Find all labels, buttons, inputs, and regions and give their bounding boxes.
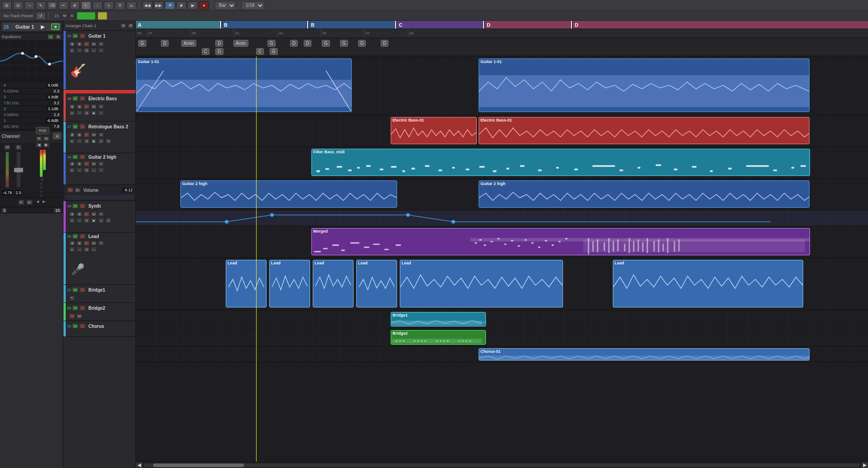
record-btn[interactable]: ● [199,1,209,10]
hscroll-right-btn[interactable]: ▶ [862,462,868,468]
play-btn[interactable]: ▶ [188,1,198,10]
bar-dropdown[interactable]: Bar [215,1,236,10]
ld-pan[interactable]: ≡ [98,240,104,246]
clip-bridge1[interactable]: Bridge1 [391,312,486,327]
clip-chorus-01[interactable]: Chorus-01 [479,348,810,361]
eb-btn2[interactable]: ⊕ [76,104,82,109]
clip-lead-1[interactable]: Lead [226,260,267,307]
sy-pan[interactable]: ≡ [98,211,104,217]
fader-w-btn[interactable]: E [15,145,22,150]
sy-ins2-btn[interactable]: ■ [91,218,97,223]
g2-m-btn[interactable]: M [72,154,78,160]
grid-btn[interactable]: ⊞ [2,1,12,10]
g2-btn2[interactable]: ⊕ [76,161,82,166]
ld-ins-btn[interactable]: ⊡ [83,247,90,252]
g1-btn2[interactable]: ⊕ [76,41,82,47]
fader-m-btn[interactable]: M [4,145,10,150]
rb-r-btn[interactable]: R [83,132,90,137]
ld-w-btn[interactable]: W [91,240,97,246]
eb-cue-btn[interactable]: ○ [98,110,104,116]
arranger-settings[interactable]: ⚙ [127,23,134,29]
tool7[interactable]: ∿ [104,1,114,10]
ebass-s-btn[interactable]: S [79,96,86,101]
g1-ch-btn[interactable]: → [76,48,82,53]
g2-eq-btn[interactable]: e [69,167,75,173]
b2-w-btn[interactable]: W [76,313,82,319]
synth-m-btn[interactable]: M [72,203,78,209]
b1-s-btn[interactable]: S [79,287,86,292]
extra-btn2[interactable]: ▶ [43,142,49,148]
clip-lead-2[interactable]: Lead [269,260,310,307]
eb-ch-btn[interactable]: → [76,110,82,116]
g1-pan[interactable]: ≡ [98,41,104,47]
hscroll-track[interactable] [144,463,860,467]
g2-s-btn[interactable]: S [79,154,86,160]
retro-s-btn[interactable]: S [79,124,86,129]
g1-send-btn[interactable]: — [91,48,97,53]
guitar1-s-btn[interactable]: S [79,33,86,39]
eb-w-btn[interactable]: W [91,104,97,109]
clip-lead-3[interactable]: Lead [313,260,354,307]
vol-r-btn[interactable]: R [67,187,73,193]
tool9[interactable]: ⚌ [126,1,136,10]
monitor-btn[interactable]: 👁 [165,1,175,10]
eb-ins2-btn[interactable]: ■ [91,110,97,116]
rb-ins-btn[interactable]: ⊡ [83,138,90,144]
fader-track-right[interactable] [17,152,20,187]
ld-r-btn[interactable]: R [83,240,90,246]
sy-ins-btn[interactable]: ⊡ [83,218,90,223]
b2-m-btn[interactable]: M [72,305,78,311]
hscroll-left-btn[interactable]: ◀ [136,462,142,468]
tool5[interactable]: ⊕ [70,1,80,10]
clip-guitar2high-right[interactable]: Guitar 2 high [479,180,810,208]
eb-r-btn[interactable]: R [83,104,90,109]
ch-s-btn[interactable]: S [69,13,75,19]
stop-btn[interactable]: ■ [176,1,186,10]
tool2[interactable]: ✎ [36,1,46,10]
sy-n2[interactable]: 3 [105,218,112,223]
rb-ins2-btn[interactable]: ■ [91,138,97,144]
eq-settings-btn[interactable]: ⚙ [55,34,61,39]
clip-ebass-01-center[interactable]: Electric Bass-01 [391,117,477,144]
clip-guitar1-01-right[interactable]: Guitar 1-01 [479,58,810,112]
lead-m-btn[interactable]: M [72,234,78,239]
tool1[interactable]: ↔ [24,1,34,10]
tool8[interactable]: ✕ [115,1,125,10]
b1-m-btn[interactable]: M [72,287,78,292]
g2-ch-btn[interactable]: → [76,167,82,173]
rb-ch-btn[interactable]: → [76,138,82,144]
g2-btn1[interactable]: ⊕ [69,161,75,166]
g1-ins-btn[interactable]: ⊡ [83,48,90,53]
g2-w-btn[interactable]: W [91,161,97,166]
hscroll-thumb[interactable] [153,463,244,467]
rb-pan[interactable]: ≡ [98,132,104,137]
g1-eq-btn[interactable]: e [69,48,75,53]
sy-ch-btn[interactable]: → [76,218,82,223]
rb-n2[interactable]: 3 [105,138,112,144]
ch2-m-btn[interactable]: M [72,323,78,329]
clip-guitar1-01[interactable]: Guitar 1-01 [136,58,352,112]
lead-s-btn[interactable]: S [79,234,86,239]
sy-r-btn[interactable]: R [83,211,90,217]
eb-pan[interactable]: ≡ [98,104,104,109]
extra-btn1[interactable]: ◀ [36,142,42,148]
rb-btn1[interactable]: ⊕ [69,132,75,137]
g1-btn1[interactable]: ⊕ [69,41,75,47]
rb-n1[interactable]: 2 [98,138,104,144]
vol-w-btn[interactable]: W [74,187,81,193]
clip-filterbass-midi[interactable]: Filter Bass_midi [311,149,810,176]
preset-refresh[interactable]: ↺ [36,12,46,20]
ld-eq-btn[interactable]: e [69,247,75,252]
g2-send-btn[interactable]: — [91,167,97,173]
clip-ebass-01-right[interactable]: Electric Bass-01 [479,117,810,144]
ch-bottom-w[interactable]: W [26,200,33,205]
sy-n1[interactable]: 1 [98,218,104,223]
ld-ch-btn[interactable]: → [76,247,82,252]
g2-cue-btn[interactable]: ○ [98,167,104,173]
fader-thumb[interactable] [14,168,23,172]
arranger-expand[interactable]: ⊟ [120,23,126,29]
ld-send-btn[interactable]: — [91,247,97,252]
rb-btn2[interactable]: ⊕ [76,132,82,137]
clip-lead-6[interactable]: Lead [613,260,803,307]
b2-r-btn[interactable]: R [69,313,75,319]
